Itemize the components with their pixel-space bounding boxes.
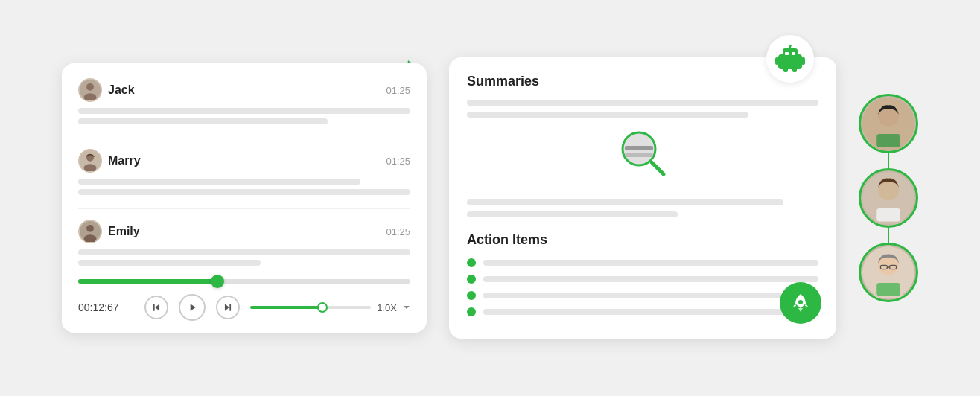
marry-time: 01:25 [386, 156, 410, 167]
robot-badge [766, 35, 814, 83]
emily-line-2 [78, 260, 261, 266]
left-card: Jack 01:25 [62, 63, 427, 333]
svg-rect-24 [783, 68, 788, 72]
svg-rect-11 [153, 304, 155, 310]
play-button[interactable] [179, 294, 206, 321]
svg-point-2 [86, 83, 94, 91]
divider-1 [78, 138, 410, 138]
magnifier-area [467, 125, 818, 185]
avatar-emily [78, 220, 102, 243]
action-line-2 [483, 276, 818, 282]
avatar-right-1 [859, 94, 918, 153]
jack-line-2 [78, 118, 328, 124]
avatar-jack [78, 78, 102, 102]
svg-rect-25 [792, 68, 797, 72]
svg-point-30 [798, 300, 803, 304]
skip-back-button[interactable] [144, 296, 168, 319]
action-line-1 [483, 260, 818, 266]
bullet-1 [467, 258, 476, 267]
svg-rect-18 [785, 52, 789, 55]
connector-line-1 [888, 153, 889, 168]
action-item-3 [467, 291, 818, 300]
emily-name: Emily [108, 225, 140, 238]
playback-controls: 00:12:67 [78, 294, 410, 321]
chevron-down-icon [403, 304, 410, 311]
bullet-3 [467, 291, 476, 300]
magnifier-icon [613, 125, 672, 185]
speed-label: 1.0X [377, 302, 397, 313]
svg-rect-22 [775, 57, 779, 65]
action-item-4 [467, 307, 818, 316]
svg-line-29 [652, 162, 664, 174]
bullet-2 [467, 275, 476, 284]
marry-line-2 [78, 189, 410, 195]
speed-bar-container: 1.0X [250, 302, 410, 313]
connector-line-2 [888, 228, 889, 243]
speed-thumb[interactable] [317, 302, 328, 313]
main-scene: Jack 01:25 [39, 42, 941, 354]
svg-marker-13 [225, 304, 229, 310]
svg-rect-38 [876, 208, 900, 222]
progress-bar[interactable] [78, 279, 410, 284]
svg-rect-45 [876, 283, 900, 296]
avatar-marry [78, 149, 102, 173]
summary-line-1 [467, 100, 818, 106]
avatar-right-3 [859, 243, 918, 302]
playback-area: 00:12:67 [78, 279, 410, 321]
speed-track[interactable] [250, 306, 371, 309]
summaries-section: Summaries [467, 74, 818, 217]
rocket-icon [789, 292, 812, 314]
action-items-section: Action Items [467, 232, 818, 316]
summary-line-3 [467, 199, 783, 205]
svg-rect-23 [801, 57, 805, 65]
svg-rect-28 [625, 153, 653, 157]
svg-rect-14 [229, 304, 231, 310]
marry-name: Marry [108, 154, 141, 167]
emily-line-1 [78, 249, 410, 255]
svg-marker-12 [191, 304, 196, 310]
divider-2 [78, 208, 410, 209]
avatar-right-2 [859, 168, 918, 228]
action-line-3 [483, 293, 818, 298]
summary-line-2 [467, 112, 748, 118]
conversation-item-jack: Jack 01:25 [78, 78, 410, 124]
svg-point-21 [789, 45, 792, 47]
svg-rect-19 [792, 52, 795, 55]
summaries-title: Summaries [467, 74, 818, 89]
action-item-2 [467, 275, 818, 284]
jack-name: Jack [108, 83, 135, 97]
svg-point-8 [86, 225, 94, 232]
skip-forward-button[interactable] [216, 296, 240, 319]
svg-rect-34 [876, 134, 900, 147]
emily-time: 01:25 [386, 226, 410, 237]
rocket-badge [780, 282, 821, 324]
progress-fill [78, 279, 217, 284]
conversation-item-emily: Emily 01:25 [78, 220, 410, 266]
progress-thumb[interactable] [211, 275, 224, 288]
robot-icon [775, 45, 805, 72]
action-line-4 [483, 309, 818, 315]
avatars-column [859, 94, 918, 302]
right-card: Summaries Action Items [449, 57, 836, 339]
conversation-item-marry: Marry 01:25 [78, 149, 410, 195]
svg-rect-27 [625, 146, 653, 150]
jack-line-1 [78, 108, 410, 114]
marry-line-1 [78, 179, 360, 185]
action-items-title: Action Items [467, 232, 818, 248]
svg-marker-15 [404, 306, 410, 309]
jack-time: 01:25 [386, 85, 410, 96]
time-display: 00:12:67 [78, 301, 134, 313]
bullet-4 [467, 307, 476, 316]
action-item-1 [467, 258, 818, 267]
speed-fill [250, 306, 322, 309]
svg-marker-10 [155, 304, 159, 310]
summary-line-4 [467, 211, 678, 217]
